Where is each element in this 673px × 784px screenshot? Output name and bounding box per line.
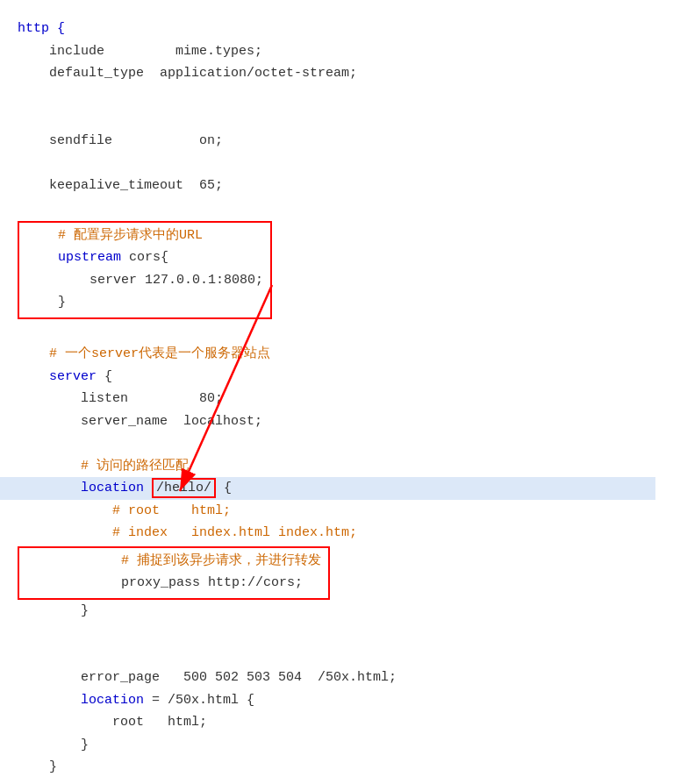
code-line-include: include mime.types;: [18, 40, 655, 63]
code-blank-7: [18, 622, 655, 645]
code-line-loc50x-open: location = /50x.html {: [18, 689, 655, 712]
code-line-index-comment: # index index.html index.htm;: [18, 522, 655, 545]
code-line-root50x: root html;: [18, 711, 655, 734]
code-line-proxy-pass: proxy_pass http://cors;: [26, 572, 321, 595]
code-line-server-open: server {: [18, 366, 655, 388]
code-blank-1: [18, 85, 655, 108]
code-line-upstream-close: }: [26, 291, 263, 314]
code-blank-4: [18, 196, 655, 219]
upstream-block: # 配置异步请求中的URL upstream cors{ server 127.…: [18, 221, 272, 319]
code-line-proxy-comment: # 捕捉到该异步请求，并进行转发: [26, 550, 321, 573]
code-line-listen: listen 80;: [18, 388, 655, 410]
http-open-keyword: http {: [18, 21, 65, 36]
code-line-server-name: server_name localhost;: [18, 410, 655, 433]
code-line-server-comment: # 一个server代表是一个服务器站点: [18, 343, 655, 366]
code-blank-3: [18, 152, 655, 175]
code-line-upstream-open: upstream cors{: [26, 246, 263, 269]
code-line-http-open: http {: [18, 18, 655, 40]
code-blank-8: [18, 645, 655, 667]
code-line-default-type: default_type application/octet-stream;: [18, 62, 655, 85]
code-line-loc50x-close: }: [18, 734, 655, 757]
code-line-loc-close: }: [18, 600, 655, 623]
code-line-server-close: }: [18, 756, 655, 779]
code-line-root-comment: # root html;: [18, 500, 655, 523]
code-line-sendfile: sendfile on;: [18, 130, 655, 153]
code-blank-2: [18, 107, 655, 130]
code-line-error-page: error_page 500 502 503 504 /50x.html;: [18, 666, 655, 689]
code-blank-9: [18, 779, 655, 785]
code-line-keepalive: keepalive_timeout 65;: [18, 175, 655, 197]
proxy-block: # 捕捉到该异步请求，并进行转发 proxy_pass http://cors;: [18, 546, 330, 600]
code-blank-5: [18, 321, 655, 344]
location-path-box: /hello/: [152, 478, 216, 498]
code-line-upstream-comment: # 配置异步请求中的URL: [26, 225, 263, 247]
code-line-path-comment: # 访问的路径匹配: [18, 455, 655, 478]
code-blank-6: [18, 432, 655, 455]
include-keyword: include: [49, 44, 104, 59]
code-line-location: location /hello/ {: [0, 477, 655, 500]
code-line-upstream-server: server 127.0.0.1:8080;: [26, 269, 263, 292]
